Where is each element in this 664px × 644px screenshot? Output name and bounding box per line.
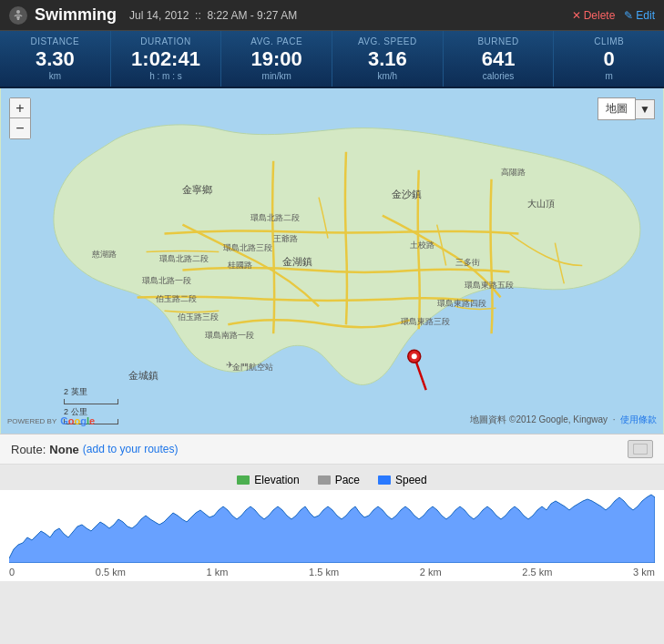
map-type-dropdown[interactable]: ▼ xyxy=(636,99,655,119)
xaxis-label: 2.5 km xyxy=(522,567,552,578)
svg-text:高陽路: 高陽路 xyxy=(501,168,526,177)
svg-text:王爺路: 王爺路 xyxy=(273,234,298,243)
stat-cell: Duration 1:02:41 h : m : s xyxy=(111,31,222,87)
svg-text:金寧鄉: 金寧鄉 xyxy=(182,184,212,195)
stat-cell: Burned 641 calories xyxy=(444,31,555,87)
xaxis-label: 0.5 km xyxy=(96,567,126,578)
xaxis-label: 1.5 km xyxy=(309,567,339,578)
svg-text:環島北路二段: 環島北路二段 xyxy=(159,254,209,263)
chart-xaxis: 00.5 km1 km1.5 km2 km2.5 km3 km xyxy=(0,567,664,581)
stats-bar: Distance 3.30 km Duration 1:02:41 h : m … xyxy=(0,31,664,88)
activity-icon xyxy=(9,6,27,25)
legend-swatch xyxy=(237,475,250,485)
map-attribution: POWERED BY Google xyxy=(7,415,95,426)
stat-cell: Avg. Pace 19:00 min/km xyxy=(221,31,332,87)
svg-text:伯玉路二段: 伯玉路二段 xyxy=(156,295,197,304)
svg-text:環島東路五段: 環島東路五段 xyxy=(465,281,514,291)
svg-text:土校路: 土校路 xyxy=(410,240,434,250)
svg-text:環島南路一段: 環島南路一段 xyxy=(205,331,254,340)
legend-item: Elevation xyxy=(237,474,299,486)
svg-text:桂國路: 桂國路 xyxy=(227,261,252,271)
svg-text:金門航空站: 金門航空站 xyxy=(232,363,273,372)
zoom-out-button[interactable]: − xyxy=(10,118,30,138)
svg-text:環島東路四段: 環島東路四段 xyxy=(437,300,486,309)
header: Swimming Jul 14, 2012 :: 8:22 AM - 9:27 … xyxy=(0,0,664,31)
chart-container xyxy=(0,490,664,567)
svg-rect-29 xyxy=(634,445,647,454)
svg-text:✈: ✈ xyxy=(226,360,233,370)
svg-text:環島東路三段: 環島東路三段 xyxy=(401,318,450,327)
svg-point-4 xyxy=(412,353,417,359)
zoom-in-button[interactable]: + xyxy=(10,98,30,118)
activity-title: Swimming xyxy=(35,5,117,25)
chart-legend: Elevation Pace Speed xyxy=(0,465,664,490)
svg-point-0 xyxy=(16,10,20,14)
legend-swatch xyxy=(378,475,391,485)
edit-button[interactable]: ✎ Edit xyxy=(624,9,655,22)
map-zoom-controls: + − xyxy=(9,97,31,139)
legend-item: Pace xyxy=(318,474,360,486)
svg-text:環島北路一段: 環島北路一段 xyxy=(142,277,191,286)
stat-cell: Avg. Speed 3.16 km/h xyxy=(332,31,444,87)
xaxis-label: 2 km xyxy=(420,567,442,578)
stat-cell: Climb 0 m xyxy=(554,31,664,87)
route-left: Route: None (add to your routes) xyxy=(11,443,179,456)
xaxis-label: 3 km xyxy=(633,567,655,578)
legend-swatch xyxy=(318,475,331,485)
action-buttons: ✕ Delete ✎ Edit xyxy=(572,9,655,22)
xaxis-label: 0 xyxy=(9,567,15,578)
google-logo: Google xyxy=(60,415,95,426)
route-bar: Route: None (add to your routes) xyxy=(0,434,664,465)
xaxis-label: 1 km xyxy=(207,567,229,578)
svg-text:環島北路二段: 環島北路二段 xyxy=(250,213,300,222)
map-type-button[interactable]: 地圖 xyxy=(598,97,636,120)
svg-text:金城鎮: 金城鎮 xyxy=(128,370,158,381)
route-add-link[interactable]: (add to your routes) xyxy=(83,443,179,455)
svg-text:三多街: 三多街 xyxy=(455,259,480,268)
route-icon xyxy=(628,440,653,458)
terms-link[interactable]: 使用條款 xyxy=(620,414,657,424)
svg-text:金湖鎮: 金湖鎮 xyxy=(282,257,312,268)
stat-cell: Distance 3.30 km xyxy=(0,31,111,87)
delete-button[interactable]: ✕ Delete xyxy=(572,9,616,22)
map-copyright: 地圖資料 ©2012 Google, Kingway · 使用條款 xyxy=(470,414,657,426)
scale-line-mi xyxy=(64,399,118,404)
svg-text:慈湖路: 慈湖路 xyxy=(91,250,117,259)
svg-text:伯玉路三段: 伯玉路三段 xyxy=(178,313,219,322)
svg-text:環島北路三段: 環島北路三段 xyxy=(223,243,272,252)
map-container: 金寧鄉 金湖鎮 金沙鎮 金城鎮 大山頂 金門航空站 ✈ 高陽路 慈湖路 環島北路… xyxy=(0,88,664,434)
map-type-control: 地圖 ▼ xyxy=(598,97,655,120)
svg-text:金沙鎮: 金沙鎮 xyxy=(392,189,422,199)
svg-text:大山頂: 大山頂 xyxy=(527,199,555,209)
legend-item: Speed xyxy=(378,474,427,486)
date-info: Jul 14, 2012 :: 8:22 AM - 9:27 AM xyxy=(129,9,572,22)
